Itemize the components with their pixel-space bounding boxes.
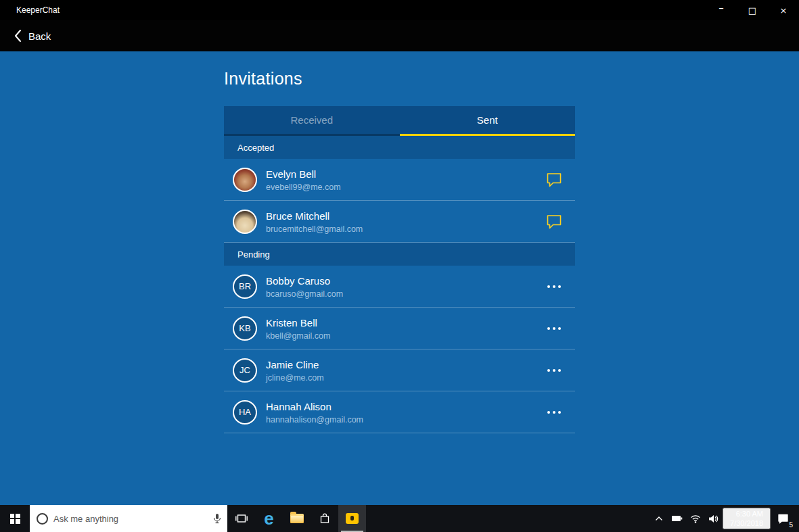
taskbar: 6:30 AM 7/30/2018 5 [0, 505, 799, 532]
avatar: HA [233, 400, 257, 425]
action-center-icon [777, 514, 789, 524]
ellipsis-icon [547, 285, 561, 288]
folder-icon [290, 514, 304, 523]
keeperchat-taskbar-button[interactable] [338, 505, 366, 532]
system-tray: 6:30 AM 7/30/2018 5 [649, 505, 799, 532]
ellipsis-icon [547, 327, 561, 330]
titlebar: KeeperChat – □ × [0, 0, 799, 20]
more-options-button[interactable] [543, 275, 566, 298]
search-input[interactable] [53, 514, 207, 524]
window-controls: – □ × [706, 0, 799, 20]
contact-email: hannahalison@gmail.com [266, 415, 363, 425]
edge-button[interactable] [255, 505, 283, 532]
keeperchat-window: KeeperChat – □ × Back Invitations Receiv… [0, 0, 799, 532]
contact-email: brucemitchell@gmail.com [266, 224, 363, 234]
avatar: BR [233, 274, 257, 299]
contact-email: jcline@me.com [266, 373, 324, 383]
contact-name: Jamie Cline [266, 358, 324, 371]
action-center-button[interactable]: 5 [771, 505, 795, 532]
battery-button[interactable] [668, 505, 686, 532]
close-button[interactable]: × [768, 0, 799, 20]
clock-time: 6:30 AM [730, 509, 763, 518]
microphone-icon[interactable] [212, 513, 222, 524]
minimize-button[interactable]: – [706, 0, 737, 20]
ellipsis-icon [547, 411, 561, 414]
contact-row[interactable]: Evelyn Bell evebell99@me.com [224, 159, 575, 201]
contact-row[interactable]: BR Bobby Caruso bcaruso@gmail.com [224, 266, 575, 308]
battery-icon [671, 514, 683, 523]
contact-row[interactable]: KB Kristen Bell kbell@gmail.com [224, 308, 575, 349]
edge-icon [264, 510, 273, 527]
contact-name: Kristen Bell [266, 316, 330, 329]
network-button[interactable] [686, 505, 704, 532]
clock-date: 7/30/2018 [730, 518, 763, 528]
contact-name: Bruce Mitchell [266, 210, 363, 222]
more-options-button[interactable] [543, 401, 566, 424]
store-button[interactable] [311, 505, 338, 532]
chevron-left-icon [14, 29, 22, 43]
contact-email: kbell@gmail.com [266, 331, 330, 341]
contact-row[interactable]: Bruce Mitchell brucemitchell@gmail.com [224, 201, 575, 243]
section-header-pending: Pending [224, 243, 575, 266]
tab-sent[interactable]: Sent [400, 106, 576, 136]
contact-name: Hannah Alison [266, 400, 363, 413]
start-button[interactable] [0, 505, 30, 532]
contact-name: Bobby Caruso [266, 274, 343, 287]
contact-email: bcaruso@gmail.com [266, 289, 343, 299]
back-label: Back [28, 30, 51, 42]
keeperchat-icon [346, 513, 359, 524]
volume-icon [708, 514, 718, 523]
avatar: KB [233, 316, 257, 341]
windows-logo-icon [10, 514, 20, 524]
chat-bubble-icon [546, 172, 562, 187]
cortana-search-box[interactable] [30, 505, 227, 532]
avatar: JC [233, 358, 257, 383]
store-bag-icon [319, 512, 331, 525]
ellipsis-icon [547, 369, 561, 372]
chevron-up-icon [655, 516, 663, 521]
avatar [233, 168, 257, 192]
more-options-button[interactable] [543, 359, 566, 382]
wifi-icon [690, 514, 701, 523]
more-options-button[interactable] [543, 317, 566, 340]
show-hidden-icons-button[interactable] [649, 505, 668, 532]
contact-email: evebell99@me.com [266, 183, 341, 192]
tab-bar: Received Sent [224, 106, 575, 136]
maximize-button[interactable]: □ [737, 0, 768, 20]
volume-button[interactable] [704, 505, 723, 532]
main-content: Invitations Received Sent Accepted Evely… [0, 51, 799, 505]
chat-bubble-button[interactable] [543, 168, 566, 191]
tab-received[interactable]: Received [224, 106, 400, 136]
window-title: KeeperChat [0, 5, 60, 15]
chat-bubble-icon [546, 214, 562, 229]
back-bar: Back [0, 20, 799, 51]
task-view-button[interactable] [227, 505, 255, 532]
chat-bubble-button[interactable] [543, 210, 566, 233]
contact-name: Evelyn Bell [266, 168, 341, 180]
clock[interactable]: 6:30 AM 7/30/2018 [723, 508, 771, 529]
cortana-icon [37, 513, 48, 525]
task-view-icon [235, 514, 248, 523]
contact-row[interactable]: JC Jamie Cline jcline@me.com [224, 349, 575, 391]
page-title: Invitations [224, 69, 575, 89]
notification-badge: 5 [789, 521, 793, 529]
file-explorer-button[interactable] [283, 505, 311, 532]
contact-row[interactable]: HA Hannah Alison hannahalison@gmail.com [224, 391, 575, 433]
section-header-accepted: Accepted [224, 136, 575, 159]
back-button[interactable]: Back [0, 29, 51, 43]
avatar [233, 210, 257, 234]
